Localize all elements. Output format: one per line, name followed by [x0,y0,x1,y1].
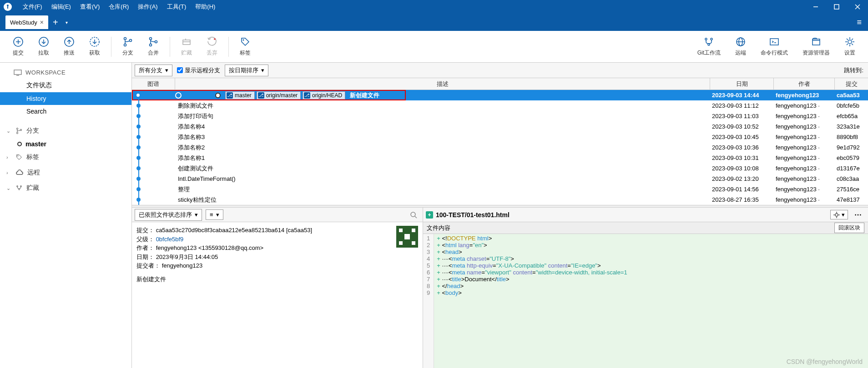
commit-row[interactable]: 添加名称22023-09-03 10:36fengyehong123 ·9e1d… [132,142,868,153]
svg-rect-43 [14,70,21,75]
repo-tab[interactable]: WebStudy × [5,15,48,29]
commit-row[interactable]: sticky粘性定位2023-08-27 16:35fengyehong123 … [132,194,868,205]
jump-to-label: 跳转到: [844,66,865,75]
push-button[interactable]: 推送 [56,35,82,59]
sidebar-item-search[interactable]: Search [0,105,131,118]
commit-row[interactable]: 添加名称32023-09-03 10:45fengyehong123 ·8890… [132,132,868,142]
menu-item[interactable]: 编辑(E) [47,3,76,11]
close-button[interactable] [847,0,868,14]
branch-filter-dropdown[interactable]: 所有分支▾ [135,65,172,76]
minimize-button[interactable] [805,0,826,14]
cmd-button[interactable]: 命令行模式 [753,35,795,59]
commit-row[interactable]: 整理2023-09-01 14:56fengyehong123 ·27516ce [132,184,868,194]
sidebar-item-文件状态[interactable]: 文件状态 [0,79,131,92]
commit-detail: 提交： ca5aa53c270d9bc8f3cabaa212e5ea85213b… [132,222,423,368]
sidebar-group-tag[interactable]: ›标签 [0,149,131,165]
explorer-icon [811,36,822,47]
menu-item[interactable]: 查看(V) [76,3,104,11]
gitflow-button[interactable]: Git工作流 [690,35,728,59]
commit-message: sticky粘性定位 [175,196,217,204]
chevron-icon: ⌄ [6,128,12,134]
parent-link[interactable]: 0bfcfe5bf9 [156,236,184,243]
branch-tag[interactable]: ⎇master [225,91,255,99]
commit-date: 2023-09-03 14:44 [710,92,774,99]
commit-button[interactable]: 提交 [5,35,31,59]
branch-tag[interactable]: ⎇origin/HEAD [303,91,345,99]
svg-point-50 [20,186,22,187]
merge-button[interactable]: 合并 [141,35,166,59]
remote-button[interactable]: 远端 [728,35,753,59]
menu-item[interactable]: 操作(A) [133,3,162,11]
diff-body[interactable]: 123456789 + <!DOCTYPE html>+ <html lang=… [423,234,868,368]
commit-row[interactable]: 删除测试文件2023-09-03 11:12fengyehong123 ·0bf… [132,100,868,111]
push-icon [64,36,75,47]
svg-point-16 [130,40,132,42]
sidebar: WORKSPACE 文件状态HistorySearch ⌄分支master›标签… [0,63,132,368]
col-graph[interactable]: 图谱 [132,78,175,90]
view-mode-dropdown[interactable]: ≡▾ [206,209,223,220]
svg-line-53 [415,216,417,218]
commit-message: 新创建文件 [347,91,379,99]
commit-icon [13,36,24,47]
sidebar-group-cloud[interactable]: ›远程 [0,165,131,180]
commit-date: 2023-09-03 11:03 [710,113,774,119]
tag-button[interactable]: 标签 [232,35,258,59]
sidebar-item-history[interactable]: History [0,92,131,105]
commit-row[interactable]: 添加名称12023-09-03 10:31fengyehong123 ·ebc0… [132,153,868,163]
sidebar-group-branch[interactable]: ⌄分支 [0,123,131,139]
commit-row[interactable]: 创建测试文件2023-09-03 10:08fengyehong123 ·d13… [132,163,868,174]
svg-point-14 [124,38,126,40]
commit-message: 添加名称3 [175,133,205,141]
commit-message: 添加名称4 [175,123,205,131]
discard-icon [207,36,217,47]
selection-ring-icon [175,92,182,99]
pull-button[interactable]: 拉取 [31,35,56,59]
commit-row[interactable]: 添加名称42023-09-03 10:52fengyehong123 ·323a… [132,121,868,132]
grid-header: 图谱 描述 日期 作者 提交 [132,78,868,90]
monitor-icon [14,70,22,76]
tab-bar: WebStudy × + ▾ ≡ [0,14,868,31]
file-sort-dropdown[interactable]: 已依照文件状态排序▾ [135,209,202,221]
fetch-icon [89,36,100,47]
settings-button[interactable]: 设置 [837,35,863,59]
search-icon[interactable] [410,211,420,219]
fetch-button[interactable]: 获取 [82,35,107,59]
sort-dropdown[interactable]: 按日期排序▾ [225,65,268,76]
sidebar-group-stash[interactable]: ⌄贮藏 [0,180,131,196]
menu-item[interactable]: 工具(T) [162,3,191,11]
col-commit[interactable]: 提交 [835,78,868,90]
more-button[interactable]: ⋯ [851,209,865,220]
diff-settings-button[interactable]: ▾ [830,210,848,219]
menu-item[interactable]: 仓库(R) [104,3,133,11]
col-desc[interactable]: 描述 [175,78,710,90]
commit-row[interactable]: Intl.DateTimeFormat()2023-09-02 13:20fen… [132,174,868,184]
branch-icon [122,36,133,47]
show-remote-checkbox[interactable]: 显示远程分支 [177,66,220,75]
commit-row[interactable]: 添加打印语句2023-09-03 11:03fengyehong123 ·efc… [132,111,868,121]
hamburger-icon[interactable]: ≡ [850,18,868,27]
explorer-button[interactable]: 资源管理器 [795,35,837,59]
col-author[interactable]: 作者 [774,78,835,90]
svg-point-52 [411,212,415,217]
menu-item[interactable]: 文件(F) [18,3,47,11]
branch-tag[interactable]: ⎇origin/master [257,91,301,99]
svg-point-60 [835,214,838,216]
add-tab-button[interactable]: + [48,17,63,28]
maximize-button[interactable] [826,0,847,14]
close-icon[interactable]: × [40,19,44,26]
svg-point-19 [155,41,157,43]
tab-dropdown-icon[interactable]: ▾ [63,20,71,25]
col-date[interactable]: 日期 [710,78,774,90]
branch-icon: ⎇ [258,92,264,99]
menu-item[interactable]: 帮助(H) [191,3,220,11]
commit-row[interactable]: ⎇master ⎇origin/master ⎇origin/HEAD 新创建文… [132,90,868,100]
svg-point-47 [20,129,21,130]
chevron-icon: › [6,154,12,160]
svg-point-45 [16,128,18,129]
content: 所有分支▾ 显示远程分支 按日期排序▾ 跳转到: 图谱 描述 日期 作者 提交 … [132,63,868,368]
branch-button[interactable]: 分支 [115,35,141,59]
rollback-button[interactable]: 回滚区块 [834,223,864,233]
svg-point-49 [17,186,18,187]
gear-icon [833,212,840,218]
branch-item[interactable]: master [0,139,131,149]
